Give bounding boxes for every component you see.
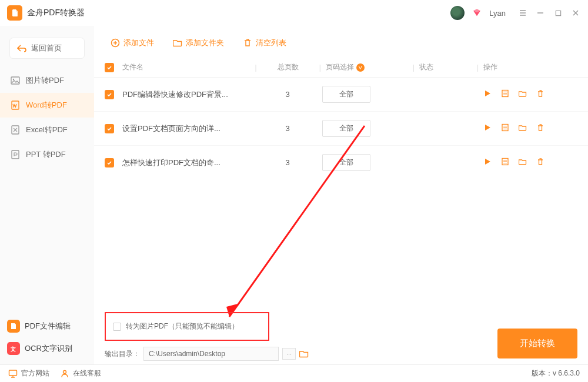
- sidebar-item-label: PDF文件编辑: [25, 321, 71, 331]
- output-path-input[interactable]: C:\Users\admin\Desktop: [143, 347, 279, 361]
- add-file-button[interactable]: 添加文件: [105, 34, 160, 52]
- list-icon[interactable]: [501, 89, 509, 99]
- sidebar-item-label: Excel转PDF: [26, 125, 68, 135]
- folder-icon: [173, 38, 182, 48]
- list-icon[interactable]: [501, 158, 509, 167]
- col-status: 状态: [419, 62, 472, 72]
- sidebar-item-label: OCR文字识别: [25, 343, 72, 354]
- pdf-edit-icon: [7, 320, 20, 333]
- row-pages: 3: [253, 124, 322, 133]
- sidebar-item-image-to-pdf[interactable]: 图片转PDF: [0, 68, 94, 93]
- page-select-button[interactable]: 全部: [322, 120, 370, 137]
- clear-list-button[interactable]: 清空列表: [237, 34, 292, 52]
- ocr-icon: 文: [7, 342, 20, 355]
- vip-badge-icon: V: [356, 63, 365, 72]
- open-folder-icon[interactable]: [299, 349, 309, 358]
- folder-icon[interactable]: [519, 158, 527, 167]
- maximize-icon[interactable]: [553, 8, 563, 18]
- convert-to-image-pdf-option[interactable]: 转为图片PDF（只能预览不能编辑）: [105, 312, 269, 341]
- back-button[interactable]: 返回首页: [9, 38, 85, 59]
- clear-icon: [243, 38, 252, 48]
- sidebar-item-ocr[interactable]: 文 OCR文字识别: [0, 337, 94, 360]
- row-filename: 设置PDF文档页面方向的详...: [122, 123, 253, 134]
- play-icon[interactable]: [483, 123, 492, 133]
- excel-icon: [11, 125, 20, 135]
- table-row: PDF编辑器快速修改PDF背景... 3 全部: [94, 78, 588, 111]
- monitor-icon: [8, 369, 18, 378]
- table-header: 文件名 | 总页数 | 页码选择V | 状态 | 操作: [94, 58, 588, 78]
- image-icon: [11, 76, 20, 85]
- select-all-checkbox[interactable]: [105, 63, 114, 72]
- sidebar: 返回首页 图片转PDF Word转PDF Excel转PDF PPT 转PDF …: [0, 26, 94, 364]
- play-icon[interactable]: [483, 89, 492, 99]
- username: Lyan: [489, 9, 506, 18]
- minimize-icon[interactable]: [535, 8, 546, 18]
- folder-icon[interactable]: [519, 123, 527, 133]
- row-pages: 3: [253, 158, 322, 167]
- app-title: 金舟PDF转换器: [27, 8, 85, 18]
- ppt-icon: [11, 150, 20, 159]
- back-label: 返回首页: [31, 43, 62, 53]
- list-icon[interactable]: [501, 123, 509, 133]
- table-row: 怎样快速打印PDF文档的奇... 3 全部: [94, 145, 588, 179]
- play-icon[interactable]: [483, 158, 492, 167]
- toolbar: 添加文件 添加文件夹 清空列表: [94, 26, 588, 58]
- online-support-link[interactable]: 在线客服: [60, 368, 101, 378]
- content: 添加文件 添加文件夹 清空列表 文件名 | 总页数 | 页码选择V | 状态 |…: [94, 26, 588, 364]
- sidebar-item-pdf-edit[interactable]: PDF文件编辑: [0, 315, 94, 337]
- headset-icon: [60, 369, 69, 378]
- svg-rect-0: [556, 11, 560, 15]
- sidebar-item-label: Word转PDF: [26, 100, 67, 110]
- vip-diamond-icon[interactable]: [472, 8, 482, 18]
- browse-button[interactable]: ···: [282, 348, 296, 360]
- trash-icon[interactable]: [536, 158, 544, 167]
- official-site-link[interactable]: 官方网站: [8, 368, 49, 378]
- statusbar: 官方网站 在线客服 版本：v 6.6.3.0: [0, 364, 588, 382]
- option-label: 转为图片PDF（只能预览不能编辑）: [126, 321, 239, 331]
- avatar[interactable]: [450, 6, 465, 20]
- folder-icon[interactable]: [519, 89, 527, 99]
- titlebar: 金舟PDF转换器 Lyan: [0, 0, 588, 26]
- col-ops: 操作: [483, 62, 577, 72]
- row-filename: 怎样快速打印PDF文档的奇...: [122, 158, 253, 168]
- option-checkbox[interactable]: [113, 323, 121, 331]
- app-logo: [7, 5, 22, 21]
- row-filename: PDF编辑器快速修改PDF背景...: [122, 89, 253, 100]
- row-pages: 3: [253, 90, 322, 99]
- col-page-select: 页码选择V: [326, 62, 408, 72]
- row-checkbox[interactable]: [105, 124, 114, 133]
- svg-point-2: [13, 79, 14, 80]
- svg-rect-13: [9, 370, 17, 376]
- row-checkbox[interactable]: [105, 158, 114, 167]
- sidebar-item-ppt-to-pdf[interactable]: PPT 转PDF: [0, 142, 94, 167]
- sidebar-item-word-to-pdf[interactable]: Word转PDF: [0, 93, 94, 118]
- back-arrow-icon: [17, 44, 26, 52]
- svg-text:文: 文: [10, 346, 16, 352]
- close-icon[interactable]: [570, 8, 581, 18]
- sidebar-item-excel-to-pdf[interactable]: Excel转PDF: [0, 118, 94, 142]
- start-convert-button[interactable]: 开始转换: [497, 329, 577, 358]
- trash-icon[interactable]: [536, 123, 544, 133]
- row-checkbox[interactable]: [105, 90, 114, 99]
- sidebar-item-label: PPT 转PDF: [26, 149, 66, 160]
- svg-rect-1: [11, 77, 19, 84]
- col-filename: 文件名: [122, 62, 250, 72]
- svg-rect-5: [12, 150, 19, 159]
- output-label: 输出目录：: [105, 349, 140, 359]
- word-icon: [11, 100, 20, 110]
- menu-icon[interactable]: [517, 8, 528, 18]
- page-select-button[interactable]: 全部: [322, 86, 370, 103]
- version-label: 版本：v 6.6.3.0: [532, 368, 580, 378]
- plus-circle-icon: [111, 38, 120, 48]
- trash-icon[interactable]: [536, 89, 544, 99]
- col-pages: 总页数: [262, 62, 315, 72]
- add-folder-button[interactable]: 添加文件夹: [167, 34, 230, 52]
- page-select-button[interactable]: 全部: [322, 154, 370, 171]
- svg-point-14: [64, 370, 66, 373]
- sidebar-item-label: 图片转PDF: [26, 75, 64, 86]
- table-row: 设置PDF文档页面方向的详... 3 全部: [94, 111, 588, 145]
